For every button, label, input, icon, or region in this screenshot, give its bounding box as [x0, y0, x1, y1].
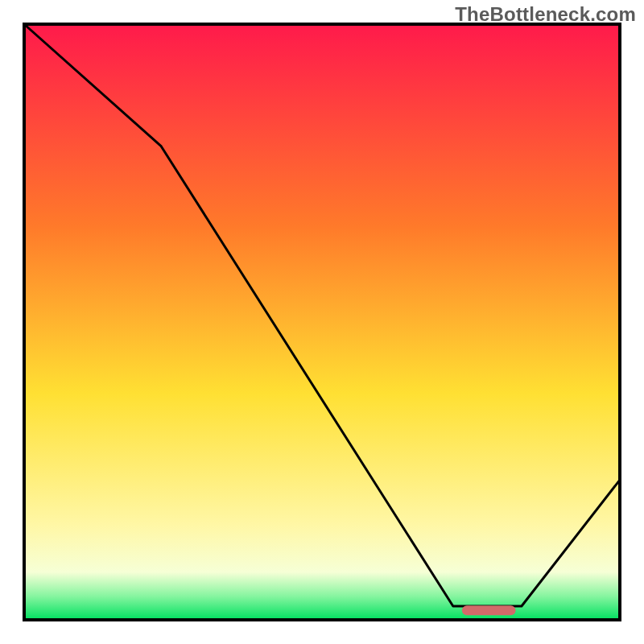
- optimal-range-marker: [462, 605, 516, 615]
- chart-container: TheBottleneck.com: [0, 0, 644, 644]
- watermark-text: TheBottleneck.com: [455, 3, 636, 26]
- bottleneck-chart: [0, 0, 644, 644]
- chart-background: [24, 24, 620, 620]
